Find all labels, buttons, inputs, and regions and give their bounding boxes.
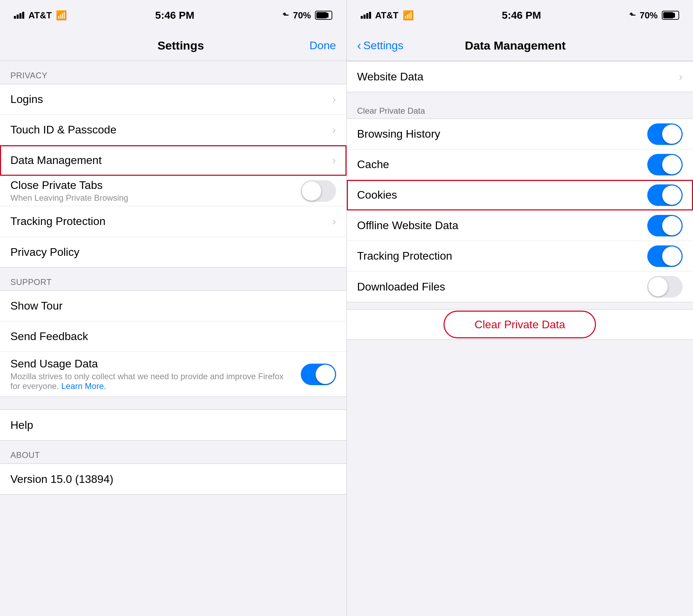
tracking-protection-chevron: › (332, 215, 336, 228)
data-management-item[interactable]: Data Management › (0, 145, 346, 176)
website-data-item[interactable]: Website Data › (347, 61, 693, 92)
touch-id-item-right: › (332, 123, 336, 136)
show-tour-item[interactable]: Show Tour (0, 291, 346, 321)
version-item: Version 15.0 (13894) (0, 464, 346, 494)
right-tracking-protection-toggle[interactable] (647, 245, 683, 267)
privacy-section-label: PRIVACY (0, 61, 346, 84)
about-section-label: ABOUT (0, 441, 346, 463)
show-tour-item-left: Show Tour (10, 300, 63, 312)
browsing-history-toggle-knob (662, 124, 682, 144)
time-left: 5:46 PM (155, 9, 194, 21)
send-feedback-item[interactable]: Send Feedback (0, 321, 346, 352)
send-usage-data-item[interactable]: Send Usage Data Mozilla strives to only … (0, 352, 346, 397)
support-section-label: SUPPORT (0, 268, 346, 290)
back-button[interactable]: ‹ Settings (357, 38, 404, 53)
right-panel: AT&T 📶 5:46 PM ⬑ 70% ‹ Settings Data Man… (347, 0, 693, 616)
back-chevron-icon: ‹ (357, 38, 361, 53)
left-nav-title: Settings (157, 39, 204, 52)
carrier-left: AT&T (28, 10, 52, 21)
wifi-icon: 📶 (56, 10, 67, 21)
downloaded-files-toggle[interactable] (647, 276, 683, 297)
browsing-history-label: Browsing History (357, 128, 440, 140)
support-section: Show Tour Send Feedback Send Usage Data … (0, 290, 346, 397)
offline-website-data-toggle[interactable] (647, 215, 683, 236)
privacy-policy-item[interactable]: Privacy Policy (0, 237, 346, 267)
website-data-item-left: Website Data (357, 70, 424, 83)
close-private-tabs-item-right (301, 180, 336, 202)
right-tracking-protection-toggle-knob (662, 246, 682, 266)
close-private-tabs-item[interactable]: Close Private Tabs When Leaving Private … (0, 176, 346, 206)
browsing-history-item[interactable]: Browsing History (347, 119, 693, 149)
clear-button-container: Clear Private Data (347, 309, 693, 340)
website-data-section: Website Data › (347, 61, 693, 92)
battery-icon-right (662, 11, 679, 20)
right-status-left: AT&T 📶 (361, 10, 414, 21)
help-section: Help (0, 409, 346, 441)
touch-id-item[interactable]: Touch ID & Passcode › (0, 115, 346, 145)
send-usage-data-item-left: Send Usage Data Mozilla strives to only … (10, 357, 301, 391)
privacy-section: Logins › Touch ID & Passcode › Data Mana… (0, 84, 346, 268)
send-feedback-item-left: Send Feedback (10, 330, 88, 343)
tracking-protection-item[interactable]: Tracking Protection › (0, 206, 346, 237)
right-location-icon: ⬑ (629, 11, 635, 20)
time-right: 5:46 PM (502, 9, 541, 21)
left-panel: AT&T 📶 5:46 PM ⬑ 70% Settings Done PRIVA… (0, 0, 347, 616)
tracking-protection-item-left: Tracking Protection (10, 215, 105, 228)
send-usage-data-toggle-knob (316, 365, 335, 384)
close-private-tabs-toggle-knob (302, 181, 321, 201)
cookies-toggle-knob (662, 185, 682, 205)
battery-percent-left: 70% (293, 10, 311, 21)
logins-label: Logins (10, 93, 43, 106)
send-usage-data-toggle[interactable] (301, 364, 336, 385)
tracking-protection-item-right: › (332, 215, 336, 228)
downloaded-files-item[interactable]: Downloaded Files (347, 271, 693, 302)
logins-item-left: Logins (10, 93, 43, 106)
logins-chevron: › (332, 93, 336, 106)
privacy-policy-item-left: Privacy Policy (10, 246, 79, 259)
logins-item[interactable]: Logins › (0, 84, 346, 115)
location-icon: ⬑ (282, 11, 289, 20)
offline-website-data-item[interactable]: Offline Website Data (347, 210, 693, 241)
left-nav-bar: Settings Done (0, 31, 346, 61)
clear-private-data-button[interactable]: Clear Private Data (475, 318, 565, 331)
version-label: Version 15.0 (13894) (10, 473, 113, 486)
browsing-history-toggle[interactable] (647, 123, 683, 145)
cookies-toggle[interactable] (647, 184, 683, 206)
left-content: PRIVACY Logins › Touch ID & Passcode › (0, 61, 346, 616)
clear-toggles-list: Browsing History Cache Cookies (347, 119, 693, 302)
website-data-list: Website Data › (347, 61, 693, 92)
data-management-item-right: › (332, 154, 336, 167)
close-private-tabs-sublabel: When Leaving Private Browsing (10, 193, 128, 203)
cache-toggle[interactable] (647, 154, 683, 175)
send-usage-data-item-right (301, 364, 336, 385)
help-item[interactable]: Help (0, 410, 346, 440)
left-status-right: ⬑ 70% (282, 10, 332, 21)
close-private-tabs-toggle[interactable] (301, 180, 336, 202)
about-section: Version 15.0 (13894) (0, 463, 346, 495)
website-data-chevron: › (679, 70, 683, 83)
data-management-label: Data Management (10, 154, 102, 167)
data-management-chevron: › (332, 154, 336, 167)
downloaded-files-label: Downloaded Files (357, 280, 445, 293)
cache-item[interactable]: Cache (347, 149, 693, 180)
right-wifi-icon: 📶 (403, 10, 414, 21)
right-content: Website Data › Clear Private Data Browsi… (347, 61, 693, 616)
version-item-left: Version 15.0 (13894) (10, 473, 113, 486)
cookies-item[interactable]: Cookies (347, 180, 693, 210)
right-tracking-protection-item[interactable]: Tracking Protection (347, 241, 693, 271)
left-status-left: AT&T 📶 (14, 10, 67, 21)
battery-percent-right: 70% (640, 10, 658, 21)
back-label: Settings (363, 39, 404, 52)
website-data-label: Website Data (357, 70, 424, 83)
carrier-right: AT&T (375, 10, 398, 21)
cache-toggle-knob (662, 155, 682, 174)
website-data-item-right: › (679, 70, 683, 83)
learn-more-link[interactable]: Learn More. (61, 381, 106, 391)
cache-label: Cache (357, 158, 389, 171)
done-button[interactable]: Done (309, 39, 336, 52)
downloaded-files-toggle-knob (648, 277, 668, 296)
logins-item-right: › (332, 93, 336, 106)
privacy-policy-label: Privacy Policy (10, 246, 79, 259)
right-nav-title: Data Management (465, 39, 566, 52)
send-usage-data-sublabel: Mozilla strives to only collect what we … (10, 372, 294, 391)
